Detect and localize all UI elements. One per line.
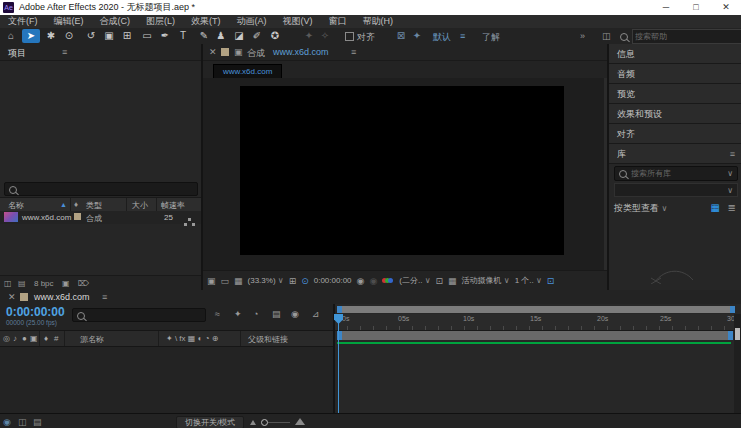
- index-column-label[interactable]: #: [54, 334, 58, 343]
- color-depth-label[interactable]: 8 bpc: [34, 279, 54, 288]
- zoom-out-mountain-icon[interactable]: [250, 420, 256, 425]
- align-toggle-label[interactable]: 对齐: [357, 31, 375, 44]
- panel-libraries[interactable]: 库 ≡: [609, 144, 741, 164]
- project-item-row[interactable]: www.x6d.com 合成 25: [0, 211, 201, 224]
- expand-render-pane-icon[interactable]: ◫: [18, 417, 27, 427]
- video-eye-icon[interactable]: ◎: [3, 334, 10, 343]
- panel-align[interactable]: 对齐: [609, 124, 741, 144]
- frame-blending-icon[interactable]: ▤: [272, 309, 281, 319]
- project-search-field[interactable]: [4, 182, 198, 196]
- time-ruler[interactable]: 0s 05s 10s 15s 20s 25s 30s: [335, 314, 741, 331]
- panel-audio[interactable]: 音频: [609, 64, 741, 84]
- pan-behind-tool-icon[interactable]: ⊞: [118, 29, 136, 43]
- close-button[interactable]: ✕: [711, 0, 741, 15]
- type-tool-icon[interactable]: T: [174, 29, 192, 43]
- new-composition-icon[interactable]: ▣: [62, 279, 70, 288]
- transparency-grid-icon[interactable]: ▦: [448, 276, 457, 286]
- composition-view[interactable]: [240, 86, 564, 255]
- timeline-search-input[interactable]: [87, 309, 201, 321]
- chevron-down-icon[interactable]: ∨: [727, 169, 733, 178]
- current-timecode[interactable]: 0:00:00:00: [6, 305, 65, 319]
- magnification-dropdown[interactable]: (33.3%) ∨: [248, 276, 284, 285]
- graph-editor-icon[interactable]: ⊿: [312, 309, 320, 319]
- timeline-panel-menu-icon[interactable]: ≡: [102, 292, 107, 302]
- search-help-input[interactable]: [632, 29, 741, 44]
- timeline-search-field[interactable]: [72, 308, 206, 322]
- workspace-overflow-icon[interactable]: »: [580, 31, 585, 41]
- libraries-panel-menu-icon[interactable]: ≡: [730, 144, 735, 164]
- composition-subtab[interactable]: www.x6d.com: [213, 64, 282, 79]
- manage-windows-icon[interactable]: ◫: [602, 31, 611, 41]
- minimize-button[interactable]: ─: [651, 0, 681, 15]
- column-type[interactable]: 类型: [86, 200, 102, 211]
- roto-brush-tool-icon[interactable]: ✐: [248, 29, 266, 43]
- orbit-camera-tool-icon[interactable]: ↺: [82, 29, 100, 43]
- column-frame-rate[interactable]: 帧速率: [161, 200, 185, 211]
- close-tab-icon[interactable]: ✕: [209, 47, 217, 57]
- home-tool-icon[interactable]: ⌂: [2, 29, 20, 43]
- take-snapshot-icon[interactable]: ◉: [357, 276, 365, 286]
- expand-transfer-pane-icon[interactable]: ▤: [33, 417, 42, 427]
- main-viewer-icon[interactable]: ▭: [221, 276, 230, 286]
- sort-ascending-icon[interactable]: ▲: [60, 201, 67, 208]
- expand-in-out-pane-icon[interactable]: ◉: [3, 417, 11, 427]
- motion-blur-icon[interactable]: ◉: [291, 309, 299, 319]
- selection-tool-icon[interactable]: ➤: [22, 29, 40, 43]
- zoom-in-mountain-icon[interactable]: [295, 418, 305, 425]
- rectangle-tool-icon[interactable]: ▭: [138, 29, 156, 43]
- panel-info[interactable]: 信息: [609, 44, 741, 64]
- toggle-switches-modes-button[interactable]: 切换开关/模式: [176, 416, 244, 428]
- viewer-scrollbar[interactable]: [604, 78, 607, 270]
- region-of-interest-icon[interactable]: ⊡: [435, 276, 443, 286]
- label-column-icon[interactable]: ♦: [44, 334, 48, 343]
- mask-visibility-icon[interactable]: ⊙: [301, 276, 309, 286]
- new-folder-icon[interactable]: ▤: [18, 279, 26, 288]
- libraries-search-field[interactable]: ∨: [614, 166, 738, 181]
- tab-project[interactable]: 项目: [8, 47, 26, 60]
- timeline-zoom-slider-track[interactable]: [268, 422, 290, 423]
- scrollbar-thumb[interactable]: [735, 328, 740, 340]
- tab-composition-name[interactable]: www.x6d.com: [273, 47, 329, 57]
- parent-link-column[interactable]: 父级和链接: [248, 334, 288, 345]
- menu-composition[interactable]: 合成(C): [92, 15, 139, 28]
- timeline-tab-name[interactable]: www.x6d.com: [34, 292, 90, 302]
- source-name-column[interactable]: 源名称: [80, 334, 104, 345]
- hand-tool-icon[interactable]: ✱: [42, 29, 60, 43]
- preview-timecode[interactable]: 0:00:00:00: [314, 276, 352, 285]
- lock-icon[interactable]: ▣: [234, 47, 243, 57]
- time-navigator[interactable]: [337, 306, 735, 313]
- view-by-type-dropdown[interactable]: 按类型查看 ∨: [614, 203, 667, 213]
- workspace-menu-icon[interactable]: ≡: [460, 31, 465, 41]
- menu-edit[interactable]: 编辑(E): [46, 15, 92, 28]
- grid-view-icon[interactable]: ▦: [711, 202, 720, 213]
- view-layout-dropdown[interactable]: 1 个.. ∨: [515, 275, 542, 286]
- learn-workspace-label[interactable]: 了解: [482, 31, 500, 44]
- maximize-button[interactable]: □: [681, 0, 711, 15]
- playhead[interactable]: [338, 314, 339, 413]
- viewer-panel-menu-icon[interactable]: ≡: [351, 47, 356, 57]
- align-checkbox[interactable]: [345, 32, 354, 43]
- show-channels-icon[interactable]: [382, 277, 394, 285]
- resolution-dropdown[interactable]: (二分.. ∨: [399, 275, 430, 286]
- menu-effect[interactable]: 效果(T): [183, 15, 229, 28]
- interpret-footage-icon[interactable]: ◫: [4, 279, 12, 288]
- clone-stamp-tool-icon[interactable]: ♟: [212, 29, 230, 43]
- comp-flowchart-icon[interactable]: ≈: [215, 309, 220, 319]
- menu-help[interactable]: 帮助(H): [355, 15, 402, 28]
- panel-preview[interactable]: 预览: [609, 84, 741, 104]
- menu-layer[interactable]: 图层(L): [138, 15, 183, 28]
- audio-icon[interactable]: ♪: [13, 334, 17, 343]
- column-name[interactable]: 名称: [8, 200, 24, 211]
- workspace-label[interactable]: 默认: [433, 31, 451, 44]
- project-item-name[interactable]: www.x6d.com: [22, 213, 71, 222]
- timeline-zoom-slider-handle[interactable]: [261, 419, 268, 426]
- trash-icon[interactable]: ⌦: [78, 279, 89, 288]
- pen-tool-icon[interactable]: ✒: [156, 29, 174, 43]
- project-search-input[interactable]: [19, 183, 193, 195]
- shy-layers-icon[interactable]: ◔: [253, 309, 258, 319]
- puppet-pin-tool-icon[interactable]: ✪: [266, 29, 284, 43]
- camera-tool-icon[interactable]: ▣: [100, 29, 118, 43]
- project-panel-menu-icon[interactable]: ≡: [62, 47, 67, 57]
- layer-switches-icons[interactable]: ✦ \ fx ▦ ◐ ◔ ⊕: [166, 334, 218, 343]
- lock-icon[interactable]: ▣: [30, 334, 38, 343]
